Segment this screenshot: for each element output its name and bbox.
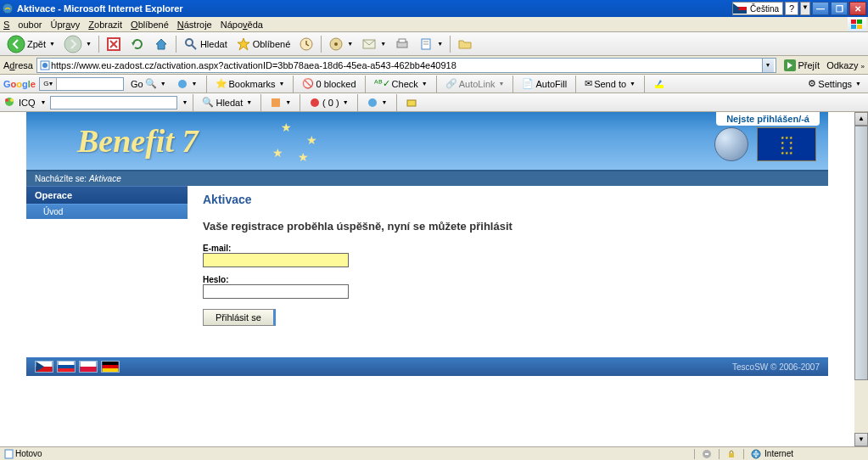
autolink-button[interactable]: 🔗 AutoLink▼ <box>442 76 508 92</box>
svg-point-29 <box>178 80 187 88</box>
svg-rect-6 <box>857 20 862 24</box>
svg-rect-37 <box>407 100 416 106</box>
icq-notify-button[interactable]: ( 0 )▼ <box>305 94 352 111</box>
svg-point-27 <box>42 63 48 68</box>
icq-tool3-button[interactable] <box>402 94 421 111</box>
links-label[interactable]: Odkazy » <box>826 60 865 70</box>
google-settings-button[interactable]: ⚙ Settings▼ <box>804 76 865 92</box>
address-label: Adresa <box>3 60 33 70</box>
minimize-button[interactable]: — <box>812 2 829 15</box>
svg-line-15 <box>192 45 196 49</box>
svg-rect-34 <box>272 98 280 107</box>
svg-point-33 <box>10 98 14 102</box>
svg-rect-7 <box>851 25 856 29</box>
spellcheck-button[interactable]: ᴬᴮ✓ Check▼ <box>371 76 431 92</box>
svg-point-10 <box>64 36 81 53</box>
window-titlebar: Aktivace - Microsoft Internet Explorer Č… <box>0 0 868 17</box>
address-bar: Adresa https://www.eu-zadost.cz/activati… <box>0 56 868 75</box>
folder-button[interactable] <box>454 34 476 54</box>
icq-search-input[interactable] <box>50 96 177 109</box>
icq-label: ICQ <box>19 98 36 108</box>
icq-search-button[interactable]: 🔍 Hledat▼ <box>199 94 255 110</box>
google-go-button[interactable]: Go 🔍▼ <box>127 76 170 92</box>
url-input[interactable]: https://www.eu-zadost.cz/activation.aspx… <box>36 58 776 73</box>
svg-marker-12 <box>132 42 135 46</box>
close-button[interactable]: ✕ <box>849 2 866 15</box>
google-toolbar: Google G▾ Go 🔍▼ ▼ ⭐ Bookmarks▼ 🚫 0 block… <box>0 75 868 93</box>
popup-blocker-button[interactable]: 🚫 0 blocked <box>299 76 359 92</box>
svg-rect-5 <box>851 20 856 24</box>
url-dropdown[interactable]: ▾ <box>762 59 774 72</box>
icq-input-dd[interactable]: ▼ <box>181 99 188 105</box>
icq-toolbar: ICQ▼ ▼ 🔍 Hledat▼ ▼ ( 0 )▼ ▼ <box>0 93 868 112</box>
google-highlight-button[interactable] <box>650 76 669 93</box>
windows-flag-icon <box>848 17 866 31</box>
ie-icon <box>2 3 14 14</box>
forward-button[interactable]: ▼ <box>60 32 95 56</box>
menu-tools[interactable]: Nástroje <box>177 20 212 30</box>
menu-view[interactable]: Zobrazit <box>88 20 122 30</box>
bookmarks-button[interactable]: ⭐ Bookmarks▼ <box>212 76 288 92</box>
svg-point-9 <box>8 36 25 53</box>
google-logo: Google <box>3 79 36 89</box>
language-selector[interactable]: Čeština <box>732 2 783 15</box>
icq-tool2-button[interactable]: ▼ <box>363 94 391 111</box>
svg-marker-16 <box>238 38 249 50</box>
window-title: Aktivace - Microsoft Internet Explorer <box>17 3 732 14</box>
menu-file[interactable]: Soubor <box>3 20 42 30</box>
svg-point-19 <box>334 42 338 46</box>
stop-button[interactable] <box>103 34 125 54</box>
svg-point-36 <box>368 98 377 107</box>
mail-button[interactable]: ▼ <box>358 34 389 54</box>
svg-point-35 <box>311 98 319 107</box>
history-button[interactable] <box>295 34 317 54</box>
edit-button[interactable]: ▼ <box>415 34 446 54</box>
menu-edit[interactable]: Úpravy <box>50 20 80 30</box>
home-button[interactable] <box>150 34 172 54</box>
svg-rect-30 <box>655 85 664 88</box>
refresh-button[interactable] <box>126 34 148 54</box>
icq-logo <box>3 96 15 109</box>
icq-tool1-button[interactable]: ▼ <box>266 94 294 111</box>
menu-favorites[interactable]: Oblíbené <box>131 20 169 30</box>
google-search-input[interactable]: G▾ <box>39 77 124 91</box>
favorites-button[interactable]: Oblíbené <box>232 34 294 54</box>
autofill-button[interactable]: 📄 AutoFill <box>518 76 570 92</box>
page-icon <box>39 59 51 71</box>
back-button[interactable]: Zpět▼ <box>3 32 59 56</box>
svg-point-14 <box>186 39 193 46</box>
menu-help[interactable]: Nápověda <box>221 20 263 30</box>
menu-bar: Soubor Úpravy Zobrazit Oblíbené Nástroje… <box>0 17 868 32</box>
svg-point-32 <box>5 98 8 102</box>
google-extra-button[interactable]: ▼ <box>173 76 201 93</box>
sendto-button[interactable]: ✉ Send to▼ <box>581 76 639 92</box>
maximize-button[interactable]: ❐ <box>831 2 848 15</box>
svg-rect-8 <box>857 25 862 29</box>
navigation-toolbar: Zpět▼ ▼ Hledat Oblíbené ▼ ▼ ▼ <box>0 32 868 56</box>
svg-rect-22 <box>399 39 406 42</box>
search-button[interactable]: Hledat <box>180 34 231 54</box>
print-button[interactable] <box>391 34 413 54</box>
svg-marker-13 <box>156 39 166 49</box>
lang-dropdown[interactable]: ▼ <box>800 2 810 15</box>
media-button[interactable]: ▼ <box>325 34 356 54</box>
google-search-scope[interactable]: G▾ <box>40 78 57 90</box>
help-button[interactable]: ? <box>785 2 798 15</box>
go-button[interactable]: Přejít <box>780 56 824 75</box>
